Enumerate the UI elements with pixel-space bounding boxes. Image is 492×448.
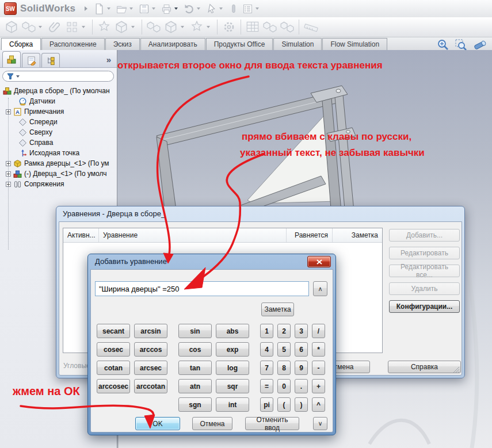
mate-icon[interactable] [20, 18, 37, 36]
expand-up-button[interactable]: ∧ [313, 281, 327, 296]
key-cosec[interactable]: cosec [97, 342, 130, 357]
open-icon[interactable] [115, 2, 128, 16]
key-arccotan[interactable]: arccotan [134, 379, 167, 393]
key-multiply[interactable]: * [312, 342, 325, 357]
ok-button[interactable]: OK [135, 417, 180, 430]
key-atn[interactable]: atn [178, 379, 212, 393]
key-sin[interactable]: sin [178, 324, 212, 338]
key-1[interactable]: 1 [260, 324, 273, 338]
key-sqr[interactable]: sqr [216, 379, 249, 393]
key-9[interactable]: 9 [295, 361, 308, 375]
cancel-button[interactable]: Отмена [192, 417, 232, 430]
sketch-driven-icon[interactable] [279, 18, 296, 36]
component-pattern-icon[interactable] [63, 18, 81, 36]
tab-flow-simulation[interactable]: Flow Simulation [322, 38, 387, 50]
toggle-capsule-icon[interactable] [227, 2, 241, 16]
key-pi[interactable]: pi [260, 397, 273, 412]
expand-down-button[interactable]: ∨ [313, 417, 327, 430]
tree-item-sensors[interactable]: Датчики [3, 96, 117, 106]
key-tan[interactable]: tan [178, 361, 212, 375]
key-0[interactable]: 0 [277, 379, 291, 393]
tab-layout[interactable]: Расположение [41, 38, 105, 50]
key-5[interactable]: 5 [277, 342, 291, 357]
new-document-icon[interactable] [92, 2, 106, 16]
key-7[interactable]: 7 [260, 361, 273, 375]
key-dot[interactable]: . [295, 379, 308, 393]
key-abs[interactable]: abs [216, 324, 249, 338]
key-arcsin[interactable]: arcsin [134, 324, 167, 338]
key-6[interactable]: 6 [295, 342, 308, 357]
undo-icon[interactable] [182, 2, 196, 16]
instant3d-gear-icon[interactable] [220, 18, 238, 36]
tree-item-top-plane[interactable]: Сверху [3, 127, 117, 137]
measure-ruler-icon[interactable] [302, 18, 319, 36]
tree-filter-input[interactable] [2, 71, 114, 82]
key-minus[interactable]: - [312, 361, 325, 375]
save-icon[interactable] [137, 2, 151, 16]
key-open-paren[interactable]: ( [277, 397, 291, 412]
tree-item-origin[interactable]: Исходная точка [3, 148, 117, 158]
key-int[interactable]: int [216, 397, 249, 412]
edit-all-button[interactable]: Редактировать все... [389, 265, 460, 277]
note-button[interactable]: Заметка [261, 303, 294, 316]
delete-button[interactable]: Удалить [389, 282, 460, 295]
key-secant[interactable]: secant [97, 324, 130, 338]
key-plus[interactable]: + [312, 379, 325, 393]
featuremanager-tab-icon[interactable] [2, 51, 21, 67]
reference-geometry-icon[interactable] [188, 18, 205, 36]
key-divide[interactable]: / [312, 324, 325, 338]
key-exp[interactable]: exp [216, 342, 249, 357]
app-logo: SW SolidWorks [0, 2, 87, 15]
bill-of-materials-icon[interactable] [244, 18, 261, 36]
panel-more-chevron[interactable]: » [106, 55, 113, 67]
key-log[interactable]: log [216, 361, 249, 375]
tree-item-annotations[interactable]: Примечания [3, 106, 117, 117]
tab-simulation[interactable]: Simulation [273, 38, 322, 50]
key-close-paren[interactable]: ) [295, 397, 308, 412]
menu-expand-icon[interactable] [85, 6, 87, 11]
tree-item-front-plane[interactable]: Спереди [3, 117, 117, 127]
add-equation-button[interactable]: Добавить... [389, 229, 460, 242]
key-sgn[interactable]: sgn [178, 397, 212, 412]
print-icon[interactable] [159, 2, 173, 16]
insert-components-icon[interactable] [3, 18, 20, 36]
propertymanager-tab-icon[interactable] [22, 53, 40, 67]
configurations-button[interactable]: Конфигурации... [389, 300, 460, 313]
tab-evaluate[interactable]: Анализировать [140, 38, 205, 50]
tree-root[interactable]: Дверца в сборе_ (По умолчан [3, 86, 117, 96]
key-arcsec[interactable]: arcsec [134, 361, 167, 375]
key-power[interactable]: ^ [312, 397, 325, 412]
attach-icon[interactable] [46, 18, 63, 36]
options-list-icon[interactable] [241, 2, 254, 16]
key-4[interactable]: 4 [260, 342, 273, 357]
tree-item-mates[interactable]: Сопряжения [3, 179, 117, 189]
assembly-features-icon[interactable] [162, 18, 180, 36]
close-button[interactable] [307, 256, 331, 267]
key-cotan[interactable]: cotan [97, 361, 130, 375]
interference-detection-icon[interactable] [261, 18, 279, 36]
configurationmanager-tab-icon[interactable] [41, 53, 60, 67]
tree-item-right-plane[interactable]: Справа [3, 137, 117, 148]
tree-item-door-part[interactable]: (-) Дверца_<1> (По умолч [3, 169, 117, 179]
resize-grip[interactable] [452, 366, 460, 373]
key-8[interactable]: 8 [277, 361, 291, 375]
key-equals[interactable]: = [260, 379, 273, 393]
key-cos[interactable]: cos [178, 342, 212, 357]
equation-input[interactable] [95, 281, 309, 296]
smart-fasteners-icon[interactable] [96, 18, 113, 36]
move-component-icon[interactable] [113, 18, 130, 36]
select-pointer-icon[interactable] [204, 2, 218, 16]
equations-dialog-title: Уравнения - Дверца в сборе_ [63, 209, 165, 218]
cancel-input-button[interactable]: Отменить ввод [245, 417, 299, 430]
key-3[interactable]: 3 [295, 324, 308, 338]
tab-office-products[interactable]: Продукты Office [206, 38, 273, 50]
edit-button[interactable]: Редактировать [389, 247, 460, 259]
tab-sketch[interactable]: Эскиз [105, 38, 140, 50]
key-2[interactable]: 2 [277, 324, 291, 338]
tab-assembly[interactable]: Сборка [1, 38, 41, 50]
show-hidden-icon[interactable] [145, 18, 162, 36]
tree-item-frame-part[interactable]: Рамка дверцы_<1> (По ум [3, 158, 117, 169]
key-arccos[interactable]: arccos [134, 342, 167, 357]
help-button[interactable]: Справка [388, 361, 461, 373]
key-arccosec[interactable]: arccosec [97, 379, 130, 393]
